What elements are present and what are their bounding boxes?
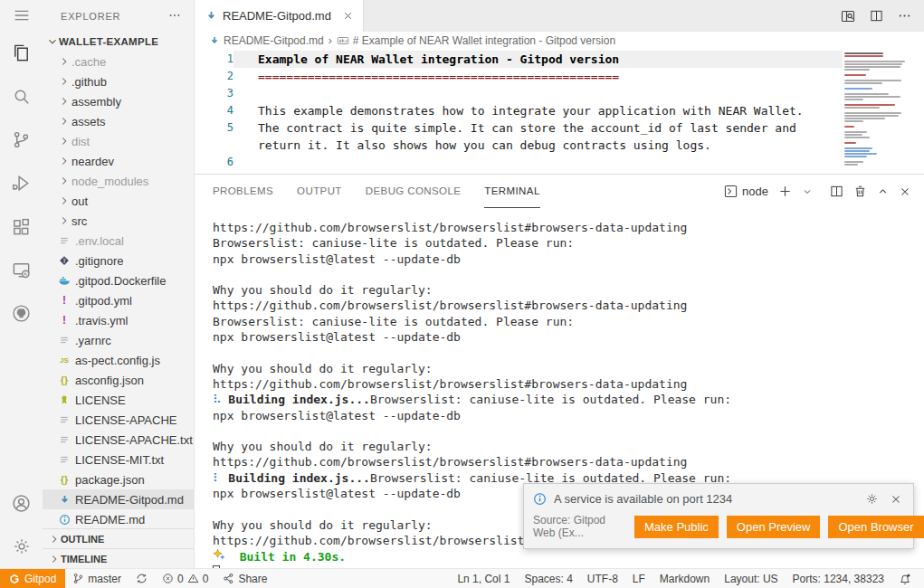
status-layout[interactable]: Layout: US bbox=[717, 569, 785, 588]
editor[interactable]: 1Example of NEAR Wallet integration - Gi… bbox=[195, 50, 924, 174]
make-public-button[interactable]: Make Public bbox=[634, 516, 719, 538]
tree-file[interactable]: !.gitpod.yml bbox=[43, 290, 194, 310]
breadcrumb-symbol[interactable]: # Example of NEAR Wallet integration - G… bbox=[353, 34, 615, 47]
status-share[interactable]: Share bbox=[215, 569, 274, 588]
menu-icon[interactable] bbox=[0, 0, 43, 31]
tree-folder[interactable]: neardev bbox=[43, 151, 194, 171]
tree-file[interactable]: LICENSE-MIT.txt bbox=[43, 450, 194, 469]
terminal-line: npx browserslist@latest --update-db bbox=[213, 251, 924, 267]
status-sync[interactable] bbox=[129, 569, 155, 588]
remote-explorer-icon[interactable] bbox=[0, 248, 43, 291]
split-terminal-icon[interactable] bbox=[830, 185, 843, 198]
kill-terminal-icon[interactable] bbox=[853, 185, 867, 198]
tree-file[interactable]: .gitpod.Dockerfile bbox=[43, 270, 194, 290]
terminal-text: https://github.com/browserslist/browsers… bbox=[213, 377, 687, 391]
close-tab-icon[interactable] bbox=[342, 10, 354, 22]
tree-file[interactable]: {}package.json bbox=[43, 469, 194, 489]
tree-file[interactable]: !.travis.yml bbox=[43, 310, 194, 330]
status-label: Markdown bbox=[660, 573, 710, 585]
minimap-line bbox=[844, 147, 872, 149]
open-preview-button[interactable]: Open Preview bbox=[727, 516, 821, 538]
github-icon[interactable] bbox=[0, 291, 43, 335]
tab-label: README-Gitpod.md bbox=[223, 9, 331, 23]
views-more-actions-icon[interactable] bbox=[168, 9, 181, 24]
status-indentation[interactable]: Spaces: 4 bbox=[517, 569, 579, 588]
settings-gear-icon[interactable] bbox=[0, 525, 43, 568]
tree-item-label: .github bbox=[71, 75, 107, 89]
code-area[interactable]: 1Example of NEAR Wallet integration - Gi… bbox=[195, 50, 843, 174]
panel-tab-problems[interactable]: PROBLEMS bbox=[213, 175, 273, 208]
code-line: 6 bbox=[195, 154, 843, 171]
tree-root[interactable]: WALLET-EXAMPLE bbox=[43, 32, 194, 52]
sidebar-section-timeline[interactable]: TIMELINE bbox=[43, 548, 194, 568]
gitpod-logo-icon bbox=[9, 574, 20, 584]
open-browser-button[interactable]: Open Browser bbox=[828, 516, 923, 538]
error-count: 0 bbox=[177, 573, 184, 585]
tree-file[interactable]: JSas-pect.config.js bbox=[43, 350, 194, 370]
tree-file[interactable]: LICENSE bbox=[43, 390, 194, 410]
tree-file[interactable]: LICENSE-APACHE bbox=[43, 410, 194, 430]
status-ports[interactable]: Ports: 1234, 38323 bbox=[786, 569, 891, 588]
tree-folder[interactable]: assembly bbox=[43, 91, 194, 111]
open-preview-icon[interactable] bbox=[841, 9, 855, 24]
tree-folder[interactable]: out bbox=[43, 191, 194, 211]
tree-folder[interactable]: node_modules bbox=[43, 171, 194, 191]
minimap-line bbox=[844, 150, 870, 152]
tree-folder[interactable]: dist bbox=[43, 131, 194, 151]
status-gitpod[interactable]: Gitpod bbox=[0, 569, 65, 588]
source-control-icon[interactable] bbox=[0, 118, 43, 161]
editor-tab-bar: README-Gitpod.md bbox=[195, 0, 924, 32]
minimap-line bbox=[844, 71, 908, 73]
status-eol[interactable]: LF bbox=[625, 569, 653, 588]
close-panel-icon[interactable] bbox=[899, 185, 911, 198]
tree-file[interactable]: README-Gitpod.md bbox=[43, 489, 194, 509]
minimap-line bbox=[844, 74, 866, 76]
tree-file[interactable]: .yarnrc bbox=[43, 330, 194, 350]
status-label: UTF-8 bbox=[587, 573, 618, 585]
minimap-line bbox=[844, 52, 883, 54]
extensions-icon[interactable] bbox=[0, 204, 43, 248]
panel-header: PROBLEMS OUTPUT DEBUG CONSOLE TERMINAL n… bbox=[195, 175, 924, 208]
minimap[interactable] bbox=[843, 50, 913, 174]
status-language-mode[interactable]: Markdown bbox=[653, 569, 717, 588]
sidebar-section-outline[interactable]: OUTLINE bbox=[43, 528, 194, 548]
line-number: 3 bbox=[195, 85, 233, 102]
terminal-dropdown-icon[interactable] bbox=[802, 186, 813, 197]
status-label: Share bbox=[238, 573, 267, 585]
tree-file[interactable]: .env.local bbox=[43, 231, 194, 251]
tree-folder[interactable]: .cache bbox=[43, 52, 194, 71]
new-terminal-icon[interactable] bbox=[778, 185, 792, 198]
explorer-icon[interactable] bbox=[0, 31, 43, 74]
editor-scrollbar[interactable] bbox=[913, 50, 924, 174]
status-encoding[interactable]: UTF-8 bbox=[580, 569, 625, 588]
account-icon[interactable] bbox=[0, 481, 43, 525]
tree-file[interactable]: .gitignore bbox=[43, 251, 194, 270]
tree-folder[interactable]: assets bbox=[43, 111, 194, 131]
tree-file[interactable]: README.md bbox=[43, 509, 194, 528]
tree-folder[interactable]: src bbox=[43, 211, 194, 231]
status-notifications[interactable] bbox=[891, 569, 919, 588]
search-icon[interactable] bbox=[0, 74, 43, 118]
tab-readme-gitpod[interactable]: README-Gitpod.md bbox=[195, 0, 364, 32]
notification-settings-icon[interactable] bbox=[863, 492, 881, 506]
split-editor-icon[interactable] bbox=[870, 9, 883, 23]
panel-tab-debug-console[interactable]: DEBUG CONSOLE bbox=[366, 175, 462, 208]
panel-tab-output[interactable]: OUTPUT bbox=[297, 175, 342, 208]
minimap-line bbox=[844, 137, 870, 138]
minimap-line bbox=[844, 134, 862, 136]
status-cursor-position[interactable]: Ln 1, Col 1 bbox=[450, 569, 517, 588]
panel-tab-terminal[interactable]: TERMINAL bbox=[484, 175, 539, 208]
editor-more-actions-icon[interactable] bbox=[898, 9, 911, 23]
maximize-panel-icon[interactable] bbox=[877, 185, 889, 197]
list-icon bbox=[57, 335, 71, 346]
status-problems[interactable]: 00 bbox=[155, 569, 215, 588]
terminal-select[interactable]: node bbox=[724, 185, 768, 198]
breadcrumb-file[interactable]: README-Gitpod.md bbox=[224, 34, 324, 47]
notification-close-icon[interactable] bbox=[888, 493, 904, 506]
run-debug-icon[interactable] bbox=[0, 161, 43, 204]
tree-item-label: LICENSE-APACHE.txt bbox=[75, 433, 193, 447]
tree-folder[interactable]: .github bbox=[43, 71, 194, 91]
tree-file[interactable]: {}asconfig.json bbox=[43, 370, 194, 390]
status-branch[interactable]: master bbox=[65, 569, 129, 588]
tree-file[interactable]: LICENSE-APACHE.txt bbox=[43, 430, 194, 450]
